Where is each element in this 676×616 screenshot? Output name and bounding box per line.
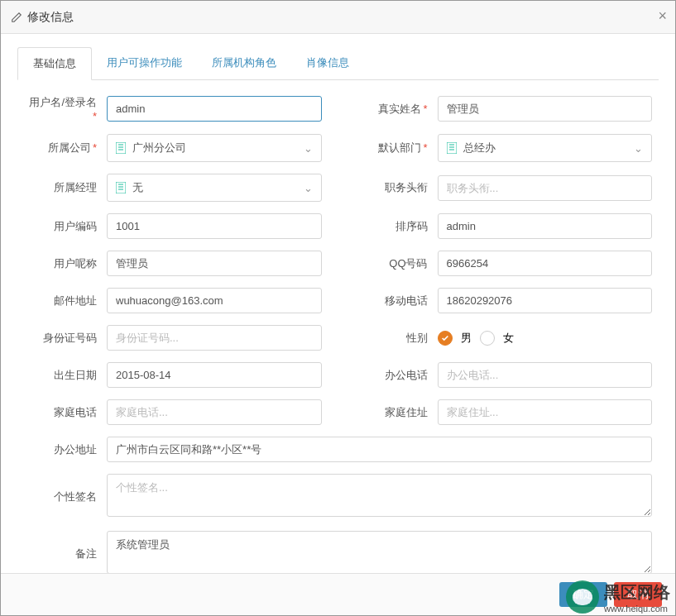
label-officephone: 办公电话 <box>355 368 438 383</box>
label-username: 用户名/登录名* <box>24 95 107 122</box>
birth-input[interactable] <box>107 362 322 388</box>
gender-radio-group: 男 女 <box>438 331 653 346</box>
label-company: 所属公司* <box>24 141 107 155</box>
usercode-input[interactable] <box>107 213 322 239</box>
doc-icon <box>447 142 457 154</box>
chevron-down-icon: ⌄ <box>634 142 643 155</box>
label-homephone: 家庭电话 <box>24 405 107 420</box>
label-usercode: 用户编码 <box>24 219 107 234</box>
realname-input[interactable] <box>438 96 653 122</box>
signature-input[interactable] <box>107 474 652 517</box>
tab-avatar[interactable]: 肖像信息 <box>291 47 364 79</box>
qq-input[interactable] <box>438 251 653 276</box>
svg-rect-8 <box>116 182 126 193</box>
mobile-input[interactable] <box>438 288 653 313</box>
radio-male[interactable] <box>438 331 453 346</box>
tab-permissions[interactable]: 用户可操作功能 <box>92 47 197 79</box>
doc-icon <box>116 182 126 193</box>
label-officeaddr: 办公地址 <box>24 442 107 457</box>
label-qq: QQ号码 <box>355 256 438 271</box>
label-mobile: 移动电话 <box>355 294 438 308</box>
svg-rect-0 <box>116 142 126 154</box>
tab-org-role[interactable]: 所属机构角色 <box>197 47 291 79</box>
company-select[interactable]: 广州分公司 ⌄ <box>107 134 322 162</box>
sortcode-input[interactable] <box>438 213 653 239</box>
manager-value: 无 <box>132 180 304 195</box>
doc-icon <box>116 142 126 154</box>
idcard-input[interactable] <box>107 325 322 351</box>
dialog: 修改信息 × 基础信息 用户可操作功能 所属机构角色 肖像信息 用户名/登录名*… <box>0 0 676 616</box>
edit-icon <box>11 12 22 23</box>
ok-button[interactable]: 确定 <box>559 582 607 607</box>
officephone-input[interactable] <box>438 362 653 388</box>
radio-female[interactable] <box>480 331 495 346</box>
tabs: 基础信息 用户可操作功能 所属机构角色 肖像信息 <box>17 47 659 80</box>
label-homeaddr: 家庭住址 <box>355 405 438 420</box>
label-nickname: 用户呢称 <box>24 256 107 271</box>
chevron-down-icon: ⌄ <box>304 142 313 155</box>
dialog-footer: 确定 取消 黑区网络 www.heiqu.com <box>1 573 675 615</box>
dept-select[interactable]: 总经办 ⌄ <box>438 134 653 162</box>
homeaddr-input[interactable] <box>438 399 653 425</box>
homephone-input[interactable] <box>107 399 322 425</box>
label-realname: 真实姓名* <box>355 102 438 117</box>
label-signature: 个性签名 <box>24 489 107 504</box>
label-manager: 所属经理 <box>24 180 107 195</box>
dept-value: 总经办 <box>463 141 635 155</box>
close-icon[interactable]: × <box>658 7 667 25</box>
remark-input[interactable] <box>107 531 652 573</box>
label-birth: 出生日期 <box>24 368 107 383</box>
dialog-title-text: 修改信息 <box>27 10 74 25</box>
svg-rect-4 <box>447 142 457 154</box>
username-input[interactable] <box>107 96 322 122</box>
label-idcard: 身份证号码 <box>24 331 107 346</box>
label-female: 女 <box>503 331 514 346</box>
dialog-title: 修改信息 <box>11 10 74 25</box>
manager-select[interactable]: 无 ⌄ <box>107 174 322 202</box>
label-title: 职务头衔 <box>355 180 438 195</box>
cancel-button[interactable]: 取消 <box>614 582 662 607</box>
company-value: 广州分公司 <box>132 141 304 155</box>
label-sortcode: 排序码 <box>355 219 438 234</box>
label-gender: 性别 <box>355 331 438 346</box>
chevron-down-icon: ⌄ <box>304 182 313 194</box>
label-remark: 备注 <box>24 547 107 561</box>
officeaddr-input[interactable] <box>107 437 652 462</box>
nickname-input[interactable] <box>107 251 322 276</box>
email-input[interactable] <box>107 288 322 313</box>
title-input[interactable] <box>438 175 653 201</box>
dialog-header: 修改信息 × <box>1 1 675 34</box>
label-male: 男 <box>461 331 472 346</box>
tab-basic[interactable]: 基础信息 <box>17 47 92 80</box>
form-body: 用户名/登录名* 真实姓名* 所属公司* 广州分公司 ⌄ <box>1 80 675 573</box>
label-email: 邮件地址 <box>24 294 107 308</box>
label-dept: 默认部门* <box>355 141 438 155</box>
